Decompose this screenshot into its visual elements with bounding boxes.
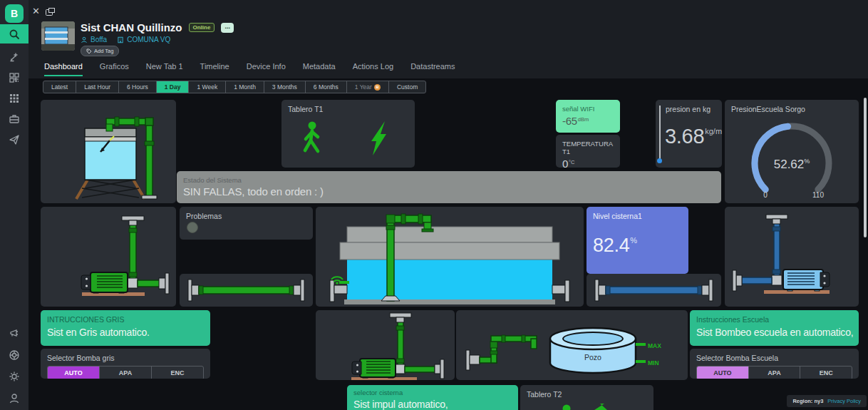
selector-cisterna-widget: selector cisterna Sist impul automatico, [347,385,518,410]
close-icon[interactable]: ✕ [32,6,40,16]
support-icon[interactable] [9,349,20,361]
wifi-signal-value: -65 [562,115,577,127]
expand-icon[interactable] [46,8,55,16]
time-1-month[interactable]: 1 Month [226,81,264,93]
tank-image-widget [41,100,176,203]
gauge-min: 0 [763,191,768,199]
selector-gris-option-apa[interactable]: APA [100,367,152,379]
temperature-unit: °C [569,159,574,165]
tag-icon [86,48,92,54]
device-avatar[interactable] [41,21,75,51]
pressure-value: 3.68 [665,125,704,148]
selector-bomba-gris-widget: Selector Bomba gris AUTO APA ENC [41,349,210,379]
system-status-widget: Estado del Sistema SIN FALLAS, todo en o… [177,171,721,203]
problems-title: Problemas [180,207,313,220]
pressure-unit: kg/m² [705,127,722,135]
time-custom[interactable]: Custom [389,81,425,93]
add-tag-button[interactable]: Add Tag [81,46,119,56]
tab-device-info[interactable]: Device Info [247,62,286,76]
privacy-policy-link[interactable]: Privacy Policy [827,398,861,404]
tab-metadata[interactable]: Metadata [303,62,336,76]
device-owner[interactable]: Boffa [81,36,107,43]
vertical-scrollbar-thumb[interactable] [864,98,867,237]
time-latest[interactable]: Latest [43,81,76,93]
selector-escuela-option-apa[interactable]: APA [749,367,801,379]
time-6-hours[interactable]: 6 Hours [119,81,157,93]
well-image-widget: Pozo MAX MIN [456,310,688,380]
cistern-graphic [316,207,584,307]
blynk-logo[interactable]: B [5,4,24,23]
organizations-icon[interactable] [9,113,20,125]
selector-bomba-escuela-widget: Selector Bomba Escuela AUTO APA ENC [690,349,859,379]
region-badge: Region: ny3 Privacy Policy [787,395,867,407]
pump-escuela-image-widget [725,207,859,307]
tab-dashboard[interactable]: Dashboard [44,62,83,76]
instructions-gris-widget: INTRUCCIONES GRIS Sist en Gris automatic… [41,310,210,346]
problems-widget: Problemas [180,207,313,240]
announcements-icon[interactable] [9,328,20,339]
tab-graficos[interactable]: Graficos [100,62,129,76]
selector-gris-option-auto[interactable]: AUTO [48,367,100,379]
green-pipe-graphic [180,274,313,307]
wifi-signal-title: señal WIFI [556,100,620,113]
pressure-gauge-widget: PresionEscuela Sorgo 52.62% 0 110 [725,100,859,203]
instructions-escuela-value: Sist Bombeo escuela en automatico, [690,324,859,338]
user-icon [81,36,88,43]
time-3-months[interactable]: 3 Months [264,81,306,93]
blue-pump-graphic [725,207,859,307]
tablero-t2-widget: Tablero T2 [520,385,653,410]
level-thumb[interactable] [657,158,662,163]
time-6-months[interactable]: 6 Months [306,81,347,93]
temperature-widget: TEMPERATURA T1 0°C [556,135,620,168]
cistern-level-widget: Nivel cisterna1 82.4% [587,207,688,274]
building-icon [117,36,124,43]
selector-escuela-control: AUTO APA ENC [696,366,852,379]
gauge-value: 52.62 [774,158,805,171]
time-last-hour[interactable]: Last Hour [76,81,119,93]
pipe-gris-image-widget [180,274,313,307]
time-1-day[interactable]: 1 Day [157,81,190,93]
time-1-year-label: 1 Year [355,83,372,91]
tab-actions-log[interactable]: Actions Log [353,62,393,76]
apps-icon[interactable] [9,93,20,104]
problems-led-indicator [187,222,198,233]
instructions-escuela-widget: Instrucciones Escuela Sist Bombeo escuel… [690,310,859,346]
sidebar-item-search[interactable] [0,24,29,43]
selector-escuela-option-enc[interactable]: ENC [800,367,852,379]
region-label: Region: ny3 [792,398,823,404]
paper-plane-icon[interactable] [9,134,20,145]
gauge-unit: % [804,158,810,165]
time-1-week[interactable]: 1 Week [189,81,226,93]
green-pump-graphic [41,207,176,307]
pipe-escuela-image-widget [587,274,721,307]
green-pump-2-graphic [316,310,455,380]
status-badge: Online [189,23,215,32]
instructions-gris-value: Sist en Gris automatico. [41,324,210,338]
device-photo [41,21,75,51]
wifi-signal-unit: dBm [578,116,589,123]
add-tag-label: Add Tag [94,48,113,54]
instructions-escuela-title: Instrucciones Escuela [690,310,859,324]
instructions-gris-title: INTRUCCIONES GRIS [41,310,210,324]
selector-gris-option-enc[interactable]: ENC [152,367,203,379]
temperature-title: TEMPERATURA T1 [556,135,620,155]
devices-icon[interactable] [9,72,20,83]
cistern-level-value: 82.4 [593,235,629,256]
account-icon[interactable] [9,393,20,404]
upgrade-badge-icon: B [374,84,381,91]
automations-icon[interactable] [9,51,20,63]
pressure-widget: presion en kg 3.68kg/m² [656,100,722,168]
tab-timeline[interactable]: Timeline [200,62,229,76]
tab-new-tab-1[interactable]: New Tab 1 [146,62,183,76]
gauge-title: PresionEscuela Sorgo [725,100,859,113]
more-button[interactable]: ... [221,23,234,33]
well-label: Pozo [584,353,601,362]
selector-escuela-option-auto[interactable]: AUTO [697,367,749,379]
tab-datastreams[interactable]: Datastreams [410,62,455,76]
settings-icon[interactable] [9,371,20,382]
time-1-year[interactable]: 1 Year B [347,81,389,93]
device-organization[interactable]: COMUNA VQ [117,36,170,43]
selector-cisterna-value: Sist impul automatico, [347,396,518,410]
elevated-tank-graphic [41,100,176,203]
well-max-label: MAX [648,342,661,349]
